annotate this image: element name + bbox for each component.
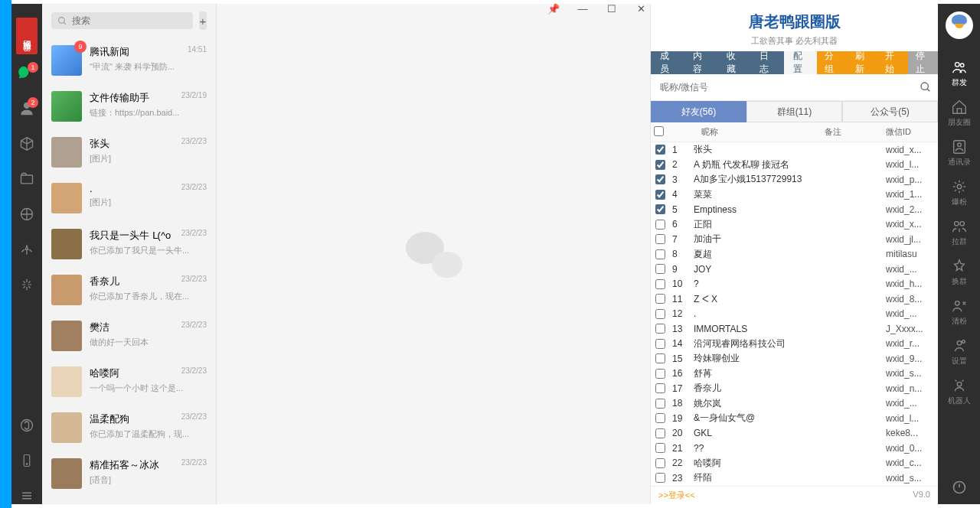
member-row[interactable]: 1 张头 wxid_x... (651, 142, 938, 158)
chat-item[interactable]: 樊洁 做的好一天回本 23/2/23 (42, 313, 216, 359)
member-row[interactable]: 14 沿河现睿网络科技公司 wxid_r... (651, 337, 938, 352)
member-checkbox[interactable] (651, 443, 669, 453)
member-row[interactable]: 15 玲妹聊创业 wxid_9... (651, 351, 938, 366)
chat-item[interactable]: 温柔配狗 你已添加了温柔配狗，现... 23/2/23 (42, 405, 216, 451)
tool-search-input[interactable] (657, 77, 920, 97)
member-row[interactable]: 7 加油干 wxid_jl... (651, 232, 938, 247)
header-nick[interactable]: 昵称 (688, 126, 822, 138)
member-row[interactable]: 8 夏超 mitilasu (651, 247, 938, 262)
member-row[interactable]: 16 舒苒 wxid_s... (651, 366, 938, 382)
maximize-button[interactable]: ☐ (605, 3, 619, 15)
close-button[interactable]: ✕ (634, 3, 648, 15)
member-checkbox[interactable] (651, 204, 669, 214)
member-row[interactable]: 5 Emptiness wxid_2... (651, 202, 938, 217)
member-checkbox[interactable] (651, 190, 669, 200)
member-checkbox[interactable] (651, 369, 669, 379)
moments-icon[interactable] (18, 206, 35, 223)
star-icon[interactable] (18, 241, 35, 258)
member-checkbox[interactable] (651, 473, 669, 483)
power-icon[interactable] (952, 480, 967, 495)
member-row[interactable]: 13 IMMORTALS J_Xxxx... (651, 321, 938, 337)
right-nav-item[interactable]: 爆粉 (951, 178, 968, 207)
folder-icon[interactable] (18, 171, 35, 187)
header-wxid[interactable]: 微信ID (883, 126, 938, 138)
member-checkbox[interactable] (651, 160, 669, 170)
pin-icon[interactable]: 📌 (547, 3, 560, 15)
chat-item[interactable]: 哈喽阿 一个吗一个小时 这个是... 23/2/23 (42, 359, 216, 405)
member-row[interactable]: 19 &一身仙女气@ wxid_l... (651, 411, 938, 426)
member-row[interactable]: 18 姚尔岚 wxid_... (651, 396, 938, 412)
chat-item[interactable]: 我只是一头牛 ᒪ(^o 你已添加了我只是一头牛... 23/2/23 (42, 221, 216, 267)
right-nav-item[interactable]: 机器人 (948, 377, 971, 406)
box-icon[interactable] (18, 135, 35, 152)
member-row[interactable]: 4 菜菜 wxid_1... (651, 187, 938, 203)
phone-icon[interactable] (18, 452, 35, 469)
search-icon[interactable] (920, 81, 932, 93)
category-tab[interactable]: 公众号(5) (842, 101, 938, 122)
member-row[interactable]: 17 香奈儿 wxid_n... (651, 381, 938, 396)
member-row[interactable]: 3 A加多宝小娥15137729913 wxid_p... (651, 172, 938, 187)
right-nav-item[interactable]: 通讯录 (948, 138, 971, 168)
right-nav-item[interactable]: 清粉 (951, 298, 968, 327)
member-row[interactable]: 22 哈喽阿 wxid_c... (651, 456, 938, 471)
member-checkbox[interactable] (651, 399, 669, 409)
member-row[interactable]: 21 ?? wxid_0... (651, 441, 938, 456)
add-button[interactable]: + (199, 11, 207, 30)
member-row[interactable]: 9 JOY wxid_... (651, 262, 938, 277)
member-row[interactable]: 11 Z ᐸ X wxid_8... (651, 291, 938, 307)
menu-icon[interactable] (18, 487, 35, 504)
tool-action-button[interactable]: 开始 (877, 51, 907, 74)
header-note[interactable]: 备注 (822, 126, 883, 138)
member-row[interactable]: 10 ? wxid_h... (651, 277, 938, 292)
category-tab[interactable]: 好友(56) (651, 101, 746, 122)
member-checkbox[interactable] (651, 413, 669, 423)
member-row[interactable]: 20 GKL keke8... (651, 426, 938, 441)
tool-action-button[interactable]: 分组 (817, 51, 847, 74)
category-tab[interactable]: 群组(11) (746, 101, 842, 122)
member-checkbox[interactable] (651, 309, 669, 319)
select-all-checkbox[interactable] (651, 126, 669, 138)
member-checkbox[interactable] (651, 383, 669, 393)
tool-action-button[interactable]: 停止 (908, 51, 938, 74)
right-nav-item[interactable]: 设置 (951, 337, 968, 366)
chat-icon[interactable]: 1 (18, 65, 35, 82)
mini-program-icon[interactable] (18, 417, 35, 434)
chat-item[interactable]: 文件传输助手 链接：https://pan.baid... 23/2/19 (42, 83, 216, 129)
right-nav-item[interactable]: 换群 (951, 258, 968, 287)
member-checkbox[interactable] (651, 234, 669, 244)
member-checkbox[interactable] (651, 264, 669, 274)
member-checkbox[interactable] (651, 458, 669, 468)
member-checkbox[interactable] (651, 220, 669, 230)
right-nav-item[interactable]: 朋友圈 (948, 99, 971, 128)
member-checkbox[interactable] (651, 324, 669, 334)
right-nav-item[interactable]: 群发 (951, 59, 968, 88)
right-nav-item[interactable]: 拉群 (951, 218, 968, 247)
chat-item[interactable]: 香奈儿 你已添加了香奈儿，现在... 23/2/23 (42, 267, 216, 313)
login-link[interactable]: >>登录<< (658, 490, 695, 501)
contacts-icon[interactable]: 2 (18, 100, 35, 117)
member-checkbox[interactable] (651, 428, 669, 438)
chat-item[interactable]: 精准拓客～冰冰 [语音] 23/2/23 (42, 451, 216, 497)
chat-item[interactable]: . [图片] 23/2/23 (42, 175, 216, 221)
member-checkbox[interactable] (651, 279, 669, 289)
chat-item[interactable]: 9 腾讯新闻 "甲流" 来袭 科学预防... 14:51 (42, 37, 216, 83)
search-input-wrap[interactable] (51, 12, 193, 29)
member-checkbox[interactable] (651, 174, 669, 184)
tool-tab[interactable]: 收藏 (717, 51, 750, 74)
member-checkbox[interactable] (651, 294, 669, 304)
tool-tab[interactable]: 成员 (651, 51, 684, 74)
member-list[interactable]: 1 张头 wxid_x... 2 A 奶瓶 代发私聊 接冠名 wxid_l...… (651, 142, 938, 486)
member-row[interactable]: 2 A 奶瓶 代发私聊 接冠名 wxid_l... (651, 158, 938, 173)
search-input[interactable] (72, 15, 187, 26)
tool-action-button[interactable]: 刷新 (848, 51, 877, 74)
member-checkbox[interactable] (651, 145, 669, 155)
chat-list[interactable]: 9 腾讯新闻 "甲流" 来袭 科学预防... 14:51 文件传输助手 链接：h… (42, 37, 216, 503)
member-checkbox[interactable] (651, 249, 669, 259)
member-row[interactable]: 6 正阳 wxid_x... (651, 217, 938, 233)
member-row[interactable]: 23 纤陌 wxid_s... (651, 471, 938, 486)
member-checkbox[interactable] (651, 339, 669, 349)
member-checkbox[interactable] (651, 353, 669, 363)
tool-tab[interactable]: 内容 (684, 51, 717, 74)
minimize-button[interactable]: — (576, 3, 590, 15)
tool-tab[interactable]: 配置 (784, 51, 817, 74)
